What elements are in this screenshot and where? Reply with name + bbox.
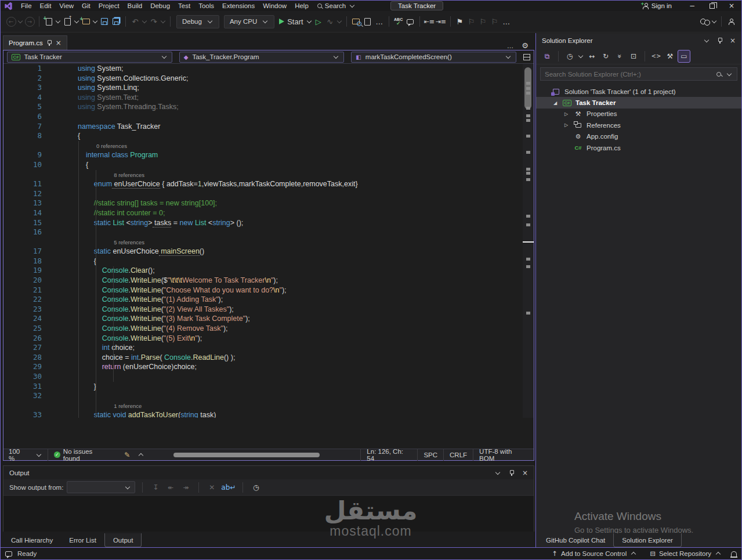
open-file-button[interactable] bbox=[61, 15, 73, 28]
code-line-3[interactable]: 3using System.Linq; bbox=[3, 83, 522, 93]
zoom-dropdown[interactable]: 100 % bbox=[3, 449, 48, 461]
horizontal-scrollbar[interactable] bbox=[149, 451, 360, 458]
properties-icon[interactable]: ⚒ bbox=[664, 50, 676, 63]
menu-debug[interactable]: Debug bbox=[146, 2, 174, 10]
code-cleanup-icon[interactable]: ✎ bbox=[124, 451, 130, 459]
collapsed-expander-icon[interactable]: ▷ bbox=[563, 122, 570, 128]
sync-with-active-document-button[interactable] bbox=[362, 15, 374, 28]
breadcrumb-type-dropdown[interactable]: ◆ Task_Tracker.Program bbox=[179, 52, 345, 63]
tab-error-list[interactable]: Error List bbox=[61, 533, 104, 547]
redo-chevron[interactable] bbox=[161, 19, 165, 23]
code-line-2[interactable]: 2using System.Collections.Generic; bbox=[3, 74, 522, 84]
save-all-button[interactable] bbox=[110, 15, 122, 28]
code-line-4[interactable]: 4using System.Text; bbox=[3, 93, 522, 103]
code-line-30[interactable]: 30 bbox=[3, 372, 522, 382]
refresh-icon[interactable]: ↻ bbox=[599, 50, 612, 63]
tab-program-cs[interactable]: Program.cs × bbox=[3, 35, 67, 50]
pin-icon[interactable] bbox=[509, 470, 514, 476]
show-output-from-dropdown[interactable] bbox=[67, 481, 135, 493]
tab-github-copilot-chat[interactable]: GitHub Copilot Chat bbox=[538, 533, 613, 547]
menu-window[interactable]: Window bbox=[259, 2, 291, 10]
code-line-18[interactable]: 18 { bbox=[3, 256, 522, 266]
code-line-28[interactable]: 28 choice = int.Parse( Console.ReadLine(… bbox=[3, 353, 522, 363]
tab-overflow-button[interactable]: … bbox=[507, 42, 514, 49]
new-project-button[interactable] bbox=[43, 15, 55, 28]
tree-item-solution-task-tracker-1-of-1-project[interactable]: Solution 'Task Tracker' (1 of 1 project) bbox=[536, 86, 741, 97]
close-icon[interactable]: × bbox=[522, 469, 528, 477]
breadcrumb-member-dropdown[interactable]: ◧ markTaskCompletedScreen() bbox=[351, 52, 516, 63]
next-message-icon[interactable]: ↠ bbox=[180, 483, 191, 492]
notifications-bell-icon[interactable] bbox=[731, 551, 737, 557]
menu-file[interactable]: File bbox=[17, 2, 36, 10]
properties-pages-icon[interactable]: ⊡ bbox=[627, 50, 640, 63]
indent-decrease-button[interactable]: ⇤≡ bbox=[424, 15, 435, 28]
collapse-all-icon[interactable]: » bbox=[613, 50, 626, 63]
breadcrumb-project-dropdown[interactable]: C# Task Tracker bbox=[7, 52, 172, 63]
window-title[interactable]: Task Tracker bbox=[390, 1, 443, 10]
clear-bookmarks-button[interactable]: ⚐ bbox=[489, 15, 501, 28]
code-line-29[interactable]: 29 return (enUserChoice)choice; bbox=[3, 362, 522, 372]
solution-explorer-search[interactable] bbox=[540, 67, 737, 81]
view-code-icon[interactable]: <> bbox=[650, 50, 663, 63]
copilot-button[interactable] bbox=[699, 15, 711, 28]
switch-views-icon[interactable]: ⧉ bbox=[541, 50, 553, 63]
health-indicator[interactable]: ✓ No issues found bbox=[48, 448, 116, 462]
code-line-20[interactable]: 20 Console.WriteLine($"\t\t\tWelcome To … bbox=[3, 276, 522, 286]
spell-check-button[interactable]: ABC✓ bbox=[393, 15, 404, 28]
indent-increase-button[interactable]: ⇥≡ bbox=[435, 15, 447, 28]
toolbar-overflow-button[interactable]: … bbox=[374, 15, 385, 28]
navigate-back-chevron[interactable] bbox=[18, 19, 23, 23]
chevron-down-icon[interactable] bbox=[704, 38, 709, 42]
scrollbar-thumb[interactable] bbox=[173, 453, 320, 457]
output-content[interactable] bbox=[3, 496, 534, 532]
code-line-25[interactable]: 25 Console.WriteLine("(4) Remove Task"); bbox=[3, 324, 522, 334]
vertical-scrollbar[interactable] bbox=[523, 64, 534, 418]
close-button[interactable]: × bbox=[722, 1, 741, 11]
code-line-11[interactable]: 11 enum enUserChoice { addTask=1,viewTas… bbox=[3, 179, 522, 189]
tree-item-task-tracker[interactable]: ◢C#Task Tracker bbox=[536, 97, 741, 108]
undo-button[interactable]: ↶ bbox=[129, 15, 141, 28]
code-line-17[interactable]: 17 static enUserChoice mainScreen() bbox=[3, 247, 522, 256]
new-project-chevron[interactable] bbox=[56, 19, 60, 23]
code-line-33[interactable]: 33 static void addTaskToUser(string task… bbox=[3, 410, 522, 418]
code-line-21[interactable]: 21 Console.WriteLine("Choose What do you… bbox=[3, 286, 522, 295]
pin-icon[interactable] bbox=[47, 40, 52, 46]
send-feedback-button[interactable] bbox=[725, 15, 737, 28]
code-line-8[interactable]: 8{ bbox=[3, 131, 522, 141]
code-line-32[interactable]: 32 bbox=[3, 391, 522, 401]
code-line-1[interactable]: 1using System; bbox=[3, 64, 522, 74]
menu-git[interactable]: Git bbox=[78, 2, 95, 10]
codelens-references[interactable]: 5 references bbox=[42, 237, 144, 247]
next-bookmark-button[interactable]: ⚐ bbox=[477, 15, 489, 28]
solution-configuration-dropdown[interactable]: Debug bbox=[176, 15, 219, 28]
open-file-chevron[interactable] bbox=[74, 19, 79, 23]
menu-tools[interactable]: Tools bbox=[194, 2, 218, 10]
start-without-debugging-button[interactable]: ▷ bbox=[313, 15, 324, 28]
code-line-5[interactable]: 5using System.Threading.Tasks; bbox=[3, 102, 522, 112]
select-repository-button[interactable]: ⊟ Select Repository bbox=[646, 550, 725, 558]
code-line-9[interactable]: 9 internal class Program bbox=[3, 150, 522, 160]
tab-call-hierarchy[interactable]: Call Hierarchy bbox=[3, 533, 61, 547]
previous-bookmark-button[interactable]: ⚐ bbox=[466, 15, 477, 28]
filter-chevron[interactable] bbox=[578, 53, 583, 57]
close-tab-icon[interactable]: × bbox=[56, 39, 61, 47]
search-input[interactable] bbox=[545, 71, 712, 78]
code-line-7[interactable]: 7namespace Task_Tracker bbox=[3, 122, 522, 132]
hot-reload-chevron[interactable] bbox=[336, 19, 341, 23]
code-line-31[interactable]: 31 } bbox=[3, 382, 522, 392]
menu-view[interactable]: View bbox=[55, 2, 78, 10]
code-line-27[interactable]: 27 int choice; bbox=[3, 343, 522, 353]
sync-with-active-document-icon[interactable]: ↔ bbox=[585, 50, 598, 63]
save-button[interactable] bbox=[99, 15, 110, 28]
code-line-13[interactable]: 13 //static string[] tasks = new string[… bbox=[3, 198, 522, 208]
menu-help[interactable]: Help bbox=[291, 2, 313, 10]
expanded-expander-icon[interactable]: ◢ bbox=[552, 100, 559, 106]
find-in-files-button[interactable] bbox=[350, 15, 362, 28]
codelens-references[interactable]: 1 reference bbox=[42, 401, 142, 411]
goto-message-icon[interactable]: ↧ bbox=[150, 483, 161, 492]
code-line-10[interactable]: 10 { bbox=[3, 160, 522, 170]
menu-test[interactable]: Test bbox=[174, 2, 194, 10]
start-chevron[interactable] bbox=[306, 19, 311, 23]
hot-reload-button[interactable]: ∿ bbox=[324, 15, 336, 28]
search-menu[interactable]: Search bbox=[313, 2, 360, 9]
